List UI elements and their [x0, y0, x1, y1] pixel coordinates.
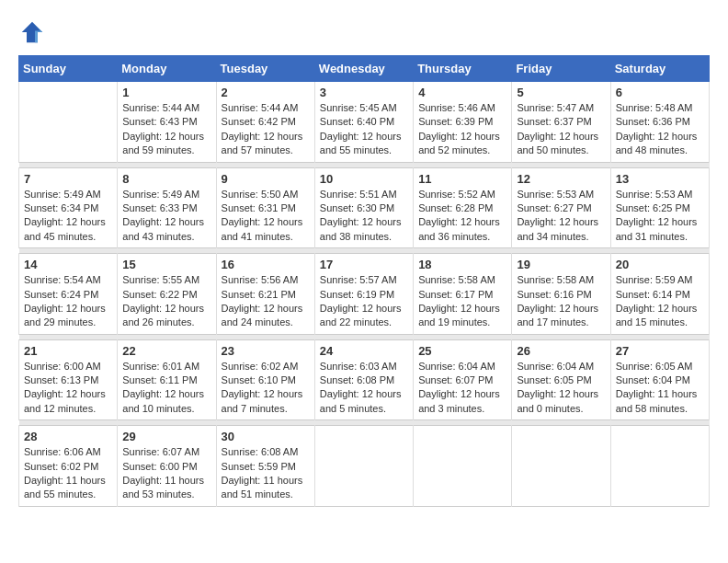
calendar-row: 7Sunrise: 5:49 AMSunset: 6:34 PMDaylight…: [19, 167, 710, 248]
calendar-cell: [610, 426, 709, 507]
day-info: Sunrise: 5:49 AMSunset: 6:33 PMDaylight:…: [122, 188, 210, 245]
calendar-cell: 20Sunrise: 5:59 AMSunset: 6:14 PMDayligh…: [610, 254, 709, 335]
calendar-cell: 8Sunrise: 5:49 AMSunset: 6:33 PMDaylight…: [118, 167, 216, 248]
day-info: Sunrise: 6:04 AMSunset: 6:07 PMDaylight:…: [418, 360, 506, 417]
day-info: Sunrise: 5:46 AMSunset: 6:39 PMDaylight:…: [418, 101, 506, 158]
day-info: Sunrise: 5:53 AMSunset: 6:25 PMDaylight:…: [616, 188, 704, 245]
day-info: Sunrise: 5:48 AMSunset: 6:36 PMDaylight:…: [616, 101, 704, 158]
calendar-cell: 11Sunrise: 5:52 AMSunset: 6:28 PMDayligh…: [414, 167, 512, 248]
day-info: Sunrise: 6:03 AMSunset: 6:08 PMDaylight:…: [320, 360, 408, 417]
calendar-cell: 27Sunrise: 6:05 AMSunset: 6:04 PMDayligh…: [610, 339, 709, 420]
header-friday: Friday: [512, 56, 610, 82]
day-info: Sunrise: 6:00 AMSunset: 6:13 PMDaylight:…: [24, 360, 112, 417]
calendar-cell: [314, 426, 413, 507]
day-number: 10: [320, 172, 408, 186]
day-info: Sunrise: 6:07 AMSunset: 6:00 PMDaylight:…: [122, 445, 210, 502]
day-number: 14: [24, 258, 112, 271]
calendar-header: SundayMondayTuesdayWednesdayThursdayFrid…: [19, 56, 710, 82]
calendar-cell: 25Sunrise: 6:04 AMSunset: 6:07 PMDayligh…: [414, 339, 512, 420]
day-info: Sunrise: 6:02 AMSunset: 6:10 PMDaylight:…: [222, 360, 310, 417]
header-thursday: Thursday: [414, 56, 512, 82]
day-info: Sunrise: 6:08 AMSunset: 5:59 PMDaylight:…: [222, 445, 310, 502]
calendar-cell: 29Sunrise: 6:07 AMSunset: 6:00 PMDayligh…: [118, 426, 216, 507]
day-number: 12: [517, 172, 605, 186]
page-header: [18, 18, 710, 46]
day-info: Sunrise: 5:47 AMSunset: 6:37 PMDaylight:…: [517, 101, 605, 158]
day-number: 2: [222, 86, 310, 99]
day-number: 23: [222, 344, 310, 358]
calendar-table: SundayMondayTuesdayWednesdayThursdayFrid…: [18, 55, 710, 507]
day-info: Sunrise: 5:51 AMSunset: 6:30 PMDaylight:…: [320, 188, 408, 245]
calendar-cell: 7Sunrise: 5:49 AMSunset: 6:34 PMDaylight…: [19, 167, 118, 248]
day-info: Sunrise: 5:44 AMSunset: 6:42 PMDaylight:…: [222, 101, 310, 158]
calendar-cell: 22Sunrise: 6:01 AMSunset: 6:11 PMDayligh…: [118, 339, 216, 420]
day-info: Sunrise: 5:50 AMSunset: 6:31 PMDaylight:…: [222, 188, 310, 245]
day-number: 28: [24, 430, 112, 443]
day-info: Sunrise: 6:04 AMSunset: 6:05 PMDaylight:…: [517, 360, 605, 417]
day-info: Sunrise: 5:54 AMSunset: 6:24 PMDaylight:…: [24, 273, 112, 330]
header-row: SundayMondayTuesdayWednesdayThursdayFrid…: [19, 56, 710, 82]
calendar-cell: 28Sunrise: 6:06 AMSunset: 6:02 PMDayligh…: [19, 426, 118, 507]
day-number: 20: [616, 258, 704, 271]
calendar-cell: 16Sunrise: 5:56 AMSunset: 6:21 PMDayligh…: [216, 254, 314, 335]
day-info: Sunrise: 5:52 AMSunset: 6:28 PMDaylight:…: [418, 188, 506, 245]
day-info: Sunrise: 6:06 AMSunset: 6:02 PMDaylight:…: [24, 445, 112, 502]
calendar-row: 21Sunrise: 6:00 AMSunset: 6:13 PMDayligh…: [19, 339, 710, 420]
calendar-cell: 21Sunrise: 6:00 AMSunset: 6:13 PMDayligh…: [19, 339, 118, 420]
calendar-row: 1Sunrise: 5:44 AMSunset: 6:43 PMDaylight…: [19, 82, 710, 163]
day-number: 30: [222, 430, 310, 443]
calendar-cell: [414, 426, 512, 507]
day-number: 19: [517, 258, 605, 271]
day-info: Sunrise: 5:55 AMSunset: 6:22 PMDaylight:…: [122, 273, 210, 330]
day-number: 25: [418, 344, 506, 358]
day-number: 29: [122, 430, 210, 443]
day-info: Sunrise: 5:56 AMSunset: 6:21 PMDaylight:…: [222, 273, 310, 330]
day-number: 6: [616, 86, 704, 99]
header-tuesday: Tuesday: [216, 56, 314, 82]
day-info: Sunrise: 5:49 AMSunset: 6:34 PMDaylight:…: [24, 188, 112, 245]
day-info: Sunrise: 5:57 AMSunset: 6:19 PMDaylight:…: [320, 273, 408, 330]
header-monday: Monday: [118, 56, 216, 82]
day-number: 8: [122, 172, 210, 186]
day-number: 18: [418, 258, 506, 271]
day-info: Sunrise: 5:58 AMSunset: 6:16 PMDaylight:…: [517, 273, 605, 330]
day-info: Sunrise: 6:01 AMSunset: 6:11 PMDaylight:…: [122, 360, 210, 417]
calendar-cell: 4Sunrise: 5:46 AMSunset: 6:39 PMDaylight…: [414, 82, 512, 163]
day-number: 17: [320, 258, 408, 271]
day-info: Sunrise: 5:44 AMSunset: 6:43 PMDaylight:…: [122, 101, 210, 158]
logo: [18, 18, 50, 46]
calendar-cell: 14Sunrise: 5:54 AMSunset: 6:24 PMDayligh…: [19, 254, 118, 335]
calendar-row: 28Sunrise: 6:06 AMSunset: 6:02 PMDayligh…: [19, 426, 710, 507]
calendar-cell: 6Sunrise: 5:48 AMSunset: 6:36 PMDaylight…: [610, 82, 709, 163]
day-number: 22: [122, 344, 210, 358]
calendar-cell: 13Sunrise: 5:53 AMSunset: 6:25 PMDayligh…: [610, 167, 709, 248]
calendar-cell: 1Sunrise: 5:44 AMSunset: 6:43 PMDaylight…: [118, 82, 216, 163]
day-number: 11: [418, 172, 506, 186]
header-saturday: Saturday: [610, 56, 709, 82]
calendar-cell: 9Sunrise: 5:50 AMSunset: 6:31 PMDaylight…: [216, 167, 314, 248]
day-number: 3: [320, 86, 408, 99]
calendar-cell: 3Sunrise: 5:45 AMSunset: 6:40 PMDaylight…: [314, 82, 413, 163]
day-number: 13: [616, 172, 704, 186]
day-number: 7: [24, 172, 112, 186]
calendar-cell: 19Sunrise: 5:58 AMSunset: 6:16 PMDayligh…: [512, 254, 610, 335]
day-number: 16: [222, 258, 310, 271]
header-wednesday: Wednesday: [314, 56, 413, 82]
day-number: 26: [517, 344, 605, 358]
calendar-cell: 30Sunrise: 6:08 AMSunset: 5:59 PMDayligh…: [216, 426, 314, 507]
calendar-cell: 12Sunrise: 5:53 AMSunset: 6:27 PMDayligh…: [512, 167, 610, 248]
header-sunday: Sunday: [19, 56, 118, 82]
day-info: Sunrise: 5:53 AMSunset: 6:27 PMDaylight:…: [517, 188, 605, 245]
calendar-row: 14Sunrise: 5:54 AMSunset: 6:24 PMDayligh…: [19, 254, 710, 335]
calendar-cell: [19, 82, 118, 163]
logo-icon: [18, 18, 46, 46]
day-info: Sunrise: 5:59 AMSunset: 6:14 PMDaylight:…: [616, 273, 704, 330]
day-number: 4: [418, 86, 506, 99]
day-number: 1: [122, 86, 210, 99]
day-info: Sunrise: 5:45 AMSunset: 6:40 PMDaylight:…: [320, 101, 408, 158]
day-number: 27: [616, 344, 704, 358]
day-number: 24: [320, 344, 408, 358]
day-number: 9: [222, 172, 310, 186]
day-number: 5: [517, 86, 605, 99]
calendar-cell: 24Sunrise: 6:03 AMSunset: 6:08 PMDayligh…: [314, 339, 413, 420]
